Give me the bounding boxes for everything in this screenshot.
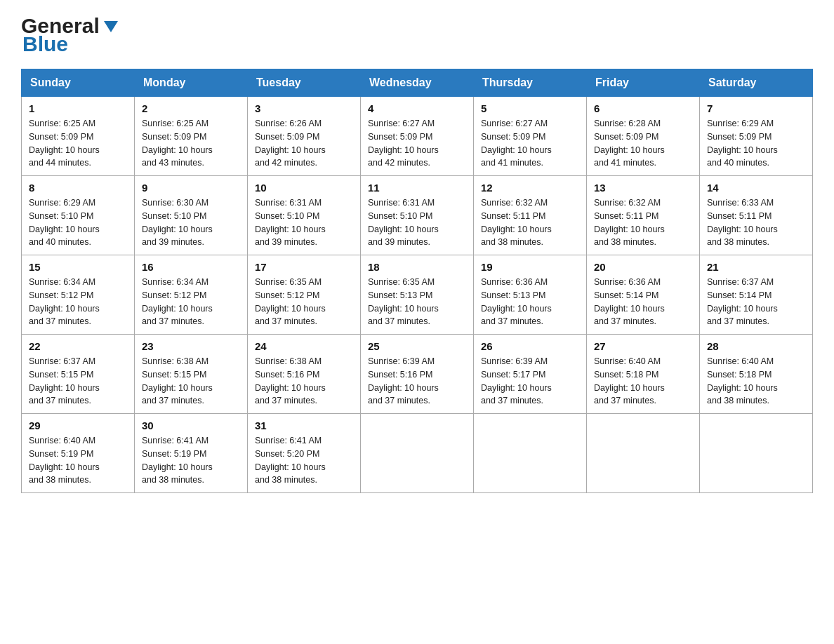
calendar-cell: 18Sunrise: 6:35 AMSunset: 5:13 PMDayligh… <box>361 255 474 335</box>
day-info: Sunrise: 6:41 AMSunset: 5:20 PMDaylight:… <box>255 434 353 487</box>
calendar-cell: 7Sunrise: 6:29 AMSunset: 5:09 PMDaylight… <box>700 97 813 176</box>
calendar-header-wednesday: Wednesday <box>361 69 474 97</box>
day-number: 6 <box>594 102 692 114</box>
logo-triangle-icon <box>101 17 121 36</box>
calendar-cell: 11Sunrise: 6:31 AMSunset: 5:10 PMDayligh… <box>361 176 474 255</box>
day-number: 28 <box>707 340 805 352</box>
calendar-cell: 14Sunrise: 6:33 AMSunset: 5:11 PMDayligh… <box>700 176 813 255</box>
day-info: Sunrise: 6:29 AMSunset: 5:09 PMDaylight:… <box>707 117 805 170</box>
calendar-cell <box>587 414 700 493</box>
calendar-cell: 29Sunrise: 6:40 AMSunset: 5:19 PMDayligh… <box>22 414 135 493</box>
calendar-cell: 10Sunrise: 6:31 AMSunset: 5:10 PMDayligh… <box>248 176 361 255</box>
calendar-cell: 5Sunrise: 6:27 AMSunset: 5:09 PMDaylight… <box>474 97 587 176</box>
day-number: 13 <box>594 182 692 194</box>
calendar-cell: 20Sunrise: 6:36 AMSunset: 5:14 PMDayligh… <box>587 255 700 335</box>
calendar-cell: 12Sunrise: 6:32 AMSunset: 5:11 PMDayligh… <box>474 176 587 255</box>
day-info: Sunrise: 6:38 AMSunset: 5:16 PMDaylight:… <box>255 355 353 408</box>
logo-blue-text: Blue <box>22 32 68 56</box>
day-info: Sunrise: 6:26 AMSunset: 5:09 PMDaylight:… <box>255 117 353 170</box>
day-info: Sunrise: 6:38 AMSunset: 5:15 PMDaylight:… <box>142 355 240 408</box>
day-info: Sunrise: 6:36 AMSunset: 5:13 PMDaylight:… <box>481 276 579 328</box>
day-number: 20 <box>594 261 692 273</box>
calendar-table: SundayMondayTuesdayWednesdayThursdayFrid… <box>21 69 813 493</box>
day-info: Sunrise: 6:37 AMSunset: 5:15 PMDaylight:… <box>29 355 127 408</box>
calendar-week-row: 8Sunrise: 6:29 AMSunset: 5:10 PMDaylight… <box>22 176 813 255</box>
day-info: Sunrise: 6:39 AMSunset: 5:16 PMDaylight:… <box>368 355 466 408</box>
day-number: 10 <box>255 182 353 194</box>
calendar-header-tuesday: Tuesday <box>248 69 361 97</box>
day-number: 9 <box>142 182 240 194</box>
svg-marker-0 <box>104 21 118 32</box>
day-info: Sunrise: 6:31 AMSunset: 5:10 PMDaylight:… <box>368 196 466 249</box>
calendar-cell: 6Sunrise: 6:28 AMSunset: 5:09 PMDaylight… <box>587 97 700 176</box>
logo: General Blue <box>21 14 121 56</box>
day-info: Sunrise: 6:25 AMSunset: 5:09 PMDaylight:… <box>142 117 240 170</box>
day-info: Sunrise: 6:39 AMSunset: 5:17 PMDaylight:… <box>481 355 579 408</box>
day-info: Sunrise: 6:37 AMSunset: 5:14 PMDaylight:… <box>707 276 805 328</box>
day-info: Sunrise: 6:27 AMSunset: 5:09 PMDaylight:… <box>368 117 466 170</box>
day-number: 26 <box>481 340 579 352</box>
day-info: Sunrise: 6:28 AMSunset: 5:09 PMDaylight:… <box>594 117 692 170</box>
calendar-cell: 15Sunrise: 6:34 AMSunset: 5:12 PMDayligh… <box>22 255 135 335</box>
day-info: Sunrise: 6:32 AMSunset: 5:11 PMDaylight:… <box>594 196 692 249</box>
calendar-cell: 9Sunrise: 6:30 AMSunset: 5:10 PMDaylight… <box>135 176 248 255</box>
calendar-cell: 27Sunrise: 6:40 AMSunset: 5:18 PMDayligh… <box>587 335 700 414</box>
day-info: Sunrise: 6:35 AMSunset: 5:13 PMDaylight:… <box>368 276 466 328</box>
calendar-cell: 28Sunrise: 6:40 AMSunset: 5:18 PMDayligh… <box>700 335 813 414</box>
calendar-cell: 23Sunrise: 6:38 AMSunset: 5:15 PMDayligh… <box>135 335 248 414</box>
day-number: 7 <box>707 102 805 114</box>
page-header: General Blue <box>21 14 813 56</box>
day-info: Sunrise: 6:29 AMSunset: 5:10 PMDaylight:… <box>29 196 127 249</box>
calendar-cell: 25Sunrise: 6:39 AMSunset: 5:16 PMDayligh… <box>361 335 474 414</box>
calendar-body: 1Sunrise: 6:25 AMSunset: 5:09 PMDaylight… <box>22 97 813 493</box>
day-info: Sunrise: 6:40 AMSunset: 5:18 PMDaylight:… <box>707 355 805 408</box>
calendar-header-monday: Monday <box>135 69 248 97</box>
day-number: 2 <box>142 102 240 114</box>
calendar-cell: 4Sunrise: 6:27 AMSunset: 5:09 PMDaylight… <box>361 97 474 176</box>
day-number: 25 <box>368 340 466 352</box>
calendar-week-row: 1Sunrise: 6:25 AMSunset: 5:09 PMDaylight… <box>22 97 813 176</box>
day-info: Sunrise: 6:33 AMSunset: 5:11 PMDaylight:… <box>707 196 805 249</box>
day-info: Sunrise: 6:34 AMSunset: 5:12 PMDaylight:… <box>142 276 240 328</box>
calendar-cell: 13Sunrise: 6:32 AMSunset: 5:11 PMDayligh… <box>587 176 700 255</box>
calendar-cell <box>700 414 813 493</box>
calendar-cell: 3Sunrise: 6:26 AMSunset: 5:09 PMDaylight… <box>248 97 361 176</box>
day-info: Sunrise: 6:25 AMSunset: 5:09 PMDaylight:… <box>29 117 127 170</box>
calendar-week-row: 22Sunrise: 6:37 AMSunset: 5:15 PMDayligh… <box>22 335 813 414</box>
calendar-cell: 1Sunrise: 6:25 AMSunset: 5:09 PMDaylight… <box>22 97 135 176</box>
calendar-cell: 16Sunrise: 6:34 AMSunset: 5:12 PMDayligh… <box>135 255 248 335</box>
day-number: 1 <box>29 102 127 114</box>
day-number: 31 <box>255 420 353 431</box>
day-number: 14 <box>707 182 805 194</box>
calendar-cell: 30Sunrise: 6:41 AMSunset: 5:19 PMDayligh… <box>135 414 248 493</box>
calendar-header-friday: Friday <box>587 69 700 97</box>
day-number: 27 <box>594 340 692 352</box>
day-info: Sunrise: 6:31 AMSunset: 5:10 PMDaylight:… <box>255 196 353 249</box>
day-number: 19 <box>481 261 579 273</box>
day-number: 4 <box>368 102 466 114</box>
day-number: 15 <box>29 261 127 273</box>
day-number: 3 <box>255 102 353 114</box>
day-info: Sunrise: 6:30 AMSunset: 5:10 PMDaylight:… <box>142 196 240 249</box>
day-number: 30 <box>142 420 240 431</box>
day-number: 16 <box>142 261 240 273</box>
calendar-header-thursday: Thursday <box>474 69 587 97</box>
day-info: Sunrise: 6:27 AMSunset: 5:09 PMDaylight:… <box>481 117 579 170</box>
calendar-cell: 17Sunrise: 6:35 AMSunset: 5:12 PMDayligh… <box>248 255 361 335</box>
calendar-cell: 21Sunrise: 6:37 AMSunset: 5:14 PMDayligh… <box>700 255 813 335</box>
calendar-header-row: SundayMondayTuesdayWednesdayThursdayFrid… <box>22 69 813 97</box>
calendar-week-row: 29Sunrise: 6:40 AMSunset: 5:19 PMDayligh… <box>22 414 813 493</box>
calendar-cell: 22Sunrise: 6:37 AMSunset: 5:15 PMDayligh… <box>22 335 135 414</box>
day-number: 22 <box>29 340 127 352</box>
day-info: Sunrise: 6:35 AMSunset: 5:12 PMDaylight:… <box>255 276 353 328</box>
calendar-cell: 2Sunrise: 6:25 AMSunset: 5:09 PMDaylight… <box>135 97 248 176</box>
calendar-header-saturday: Saturday <box>700 69 813 97</box>
day-info: Sunrise: 6:36 AMSunset: 5:14 PMDaylight:… <box>594 276 692 328</box>
calendar-cell: 8Sunrise: 6:29 AMSunset: 5:10 PMDaylight… <box>22 176 135 255</box>
day-number: 12 <box>481 182 579 194</box>
calendar-week-row: 15Sunrise: 6:34 AMSunset: 5:12 PMDayligh… <box>22 255 813 335</box>
day-number: 18 <box>368 261 466 273</box>
day-number: 17 <box>255 261 353 273</box>
calendar-cell: 26Sunrise: 6:39 AMSunset: 5:17 PMDayligh… <box>474 335 587 414</box>
calendar-cell: 31Sunrise: 6:41 AMSunset: 5:20 PMDayligh… <box>248 414 361 493</box>
